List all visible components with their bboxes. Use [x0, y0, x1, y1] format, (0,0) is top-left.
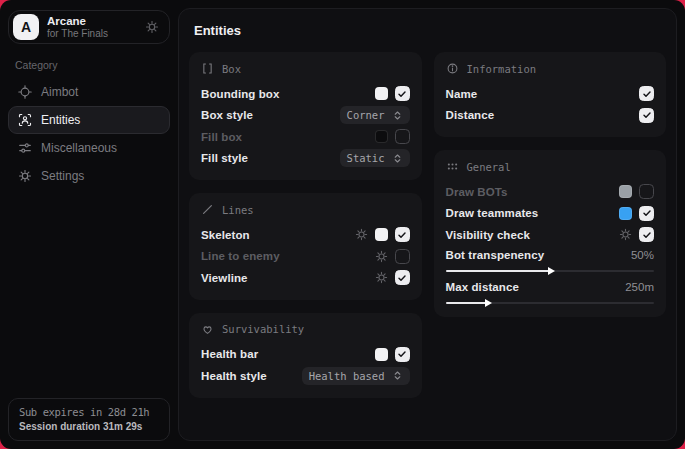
checkbox[interactable]	[395, 129, 410, 144]
checkbox[interactable]	[639, 184, 654, 199]
setting-row-draw-bots: Draw BOTs	[446, 181, 655, 203]
checkbox[interactable]	[639, 108, 654, 123]
gear-icon[interactable]	[375, 271, 388, 284]
survivability-card-title: Survivability	[222, 323, 304, 335]
checkbox[interactable]	[395, 270, 410, 285]
setting-row-draw-teammates: Draw teammates	[446, 203, 655, 225]
session-duration-text: Session duration 31m 29s	[19, 421, 159, 432]
setting-row-skeleton: Skeleton	[201, 224, 410, 246]
sidebar-item-miscellaneous[interactable]: Miscellaneous	[8, 134, 170, 162]
box-card: Box Bounding box Box style Corne	[189, 52, 422, 180]
setting-label: Fill style	[201, 152, 248, 164]
crosshair-icon	[18, 85, 32, 99]
color-swatch[interactable]	[375, 87, 388, 100]
slider-thumb[interactable]	[548, 267, 555, 275]
information-card-title: Information	[467, 63, 537, 75]
color-swatch[interactable]	[375, 228, 388, 241]
subscription-info-card: Sub expires in 28d 21h Session duration …	[8, 398, 170, 441]
setting-label: Max distance	[446, 281, 519, 293]
dropdown-value: Health based	[309, 370, 385, 382]
setting-row-health-style: Health style Health based	[201, 365, 410, 387]
setting-row-line-to-enemy: Line to enemy	[201, 246, 410, 268]
sidebar-item-aimbot[interactable]: Aimbot	[8, 78, 170, 106]
app-settings-gear-icon[interactable]	[145, 20, 159, 34]
info-icon	[446, 62, 459, 75]
checkbox[interactable]	[639, 86, 654, 101]
dots-grid-icon	[446, 160, 459, 173]
slider-fill	[446, 302, 488, 304]
checkbox[interactable]	[395, 86, 410, 101]
slider-value: 250m	[625, 281, 654, 293]
survivability-card-header: Survivability	[201, 323, 410, 336]
bot-transparency-slider[interactable]	[446, 270, 655, 272]
slider-value: 50%	[631, 249, 654, 261]
main-panel: Entities Box Bounding box	[178, 8, 677, 441]
setting-label: Name	[446, 88, 478, 100]
color-swatch[interactable]	[619, 185, 632, 198]
setting-label: Health style	[201, 370, 267, 382]
unfold-icon	[392, 370, 403, 381]
setting-row-visibility-check: Visibility check	[446, 224, 655, 246]
gear-icon[interactable]	[355, 228, 368, 241]
check-icon	[397, 89, 407, 99]
setting-row-fill-style: Fill style Static	[201, 148, 410, 170]
lines-card-title: Lines	[222, 204, 254, 216]
information-card-header: Information	[446, 62, 655, 75]
checkbox[interactable]	[395, 249, 410, 264]
setting-label: Viewline	[201, 272, 248, 284]
color-swatch[interactable]	[619, 207, 632, 220]
check-icon	[642, 230, 652, 240]
gear-icon	[18, 169, 32, 183]
box-style-dropdown[interactable]: Corner	[340, 106, 410, 124]
checkbox[interactable]	[395, 347, 410, 362]
lines-card: Lines Skeleton Line to enemy	[189, 193, 422, 300]
setting-label: Draw BOTs	[446, 186, 508, 198]
app-logo: A	[13, 14, 39, 40]
setting-label: Visibility check	[446, 229, 531, 241]
fill-style-dropdown[interactable]: Static	[340, 149, 410, 167]
information-card: Information Name Distance	[434, 52, 667, 137]
setting-row-viewline: Viewline	[201, 267, 410, 289]
category-label: Category	[15, 59, 170, 71]
sidebar-item-label: Settings	[41, 169, 84, 183]
checkbox[interactable]	[395, 227, 410, 242]
gear-icon[interactable]	[375, 250, 388, 263]
setting-label: Skeleton	[201, 229, 250, 241]
setting-row-distance: Distance	[446, 105, 655, 127]
app-subtitle: for The Finals	[47, 28, 108, 40]
sub-expiry-text: Sub expires in 28d 21h	[19, 406, 159, 418]
max-distance-slider[interactable]	[446, 302, 655, 304]
setting-label: Bot transpenency	[446, 249, 545, 261]
sidebar-item-settings[interactable]: Settings	[8, 162, 170, 190]
setting-row-box-style: Box style Corner	[201, 105, 410, 127]
checkbox[interactable]	[639, 227, 654, 242]
gear-icon[interactable]	[619, 228, 632, 241]
slider-thumb[interactable]	[485, 299, 492, 307]
survivability-card: Survivability Health bar Health style	[189, 313, 422, 398]
slider-fill	[446, 270, 550, 272]
sidebar-item-label: Aimbot	[41, 85, 78, 99]
general-card-title: General	[467, 161, 511, 173]
sidebar-item-entities[interactable]: Entities	[8, 106, 170, 134]
setting-label: Fill box	[201, 131, 242, 143]
setting-row-max-distance: Max distance 250m	[446, 281, 655, 293]
person-scan-icon	[18, 113, 32, 127]
health-style-dropdown[interactable]: Health based	[302, 367, 410, 385]
unfold-icon	[392, 110, 403, 121]
checkbox[interactable]	[639, 206, 654, 221]
sidebar-item-label: Miscellaneous	[41, 141, 117, 155]
unfold-icon	[392, 153, 403, 164]
setting-row-bounding-box: Bounding box	[201, 83, 410, 105]
setting-row-health-bar: Health bar	[201, 344, 410, 366]
left-column: Box Bounding box Box style Corne	[189, 52, 422, 398]
setting-row-name: Name	[446, 83, 655, 105]
general-card-header: General	[446, 160, 655, 173]
check-icon	[397, 273, 407, 283]
color-swatch[interactable]	[375, 130, 388, 143]
right-column: Information Name Distance	[434, 52, 667, 398]
app-titles: Arcane for The Finals	[47, 15, 108, 40]
diagonal-line-icon	[201, 203, 214, 216]
setting-row-bot-transparency: Bot transpenency 50%	[446, 249, 655, 261]
color-swatch[interactable]	[375, 348, 388, 361]
general-card: General Draw BOTs Draw teammates	[434, 150, 667, 317]
